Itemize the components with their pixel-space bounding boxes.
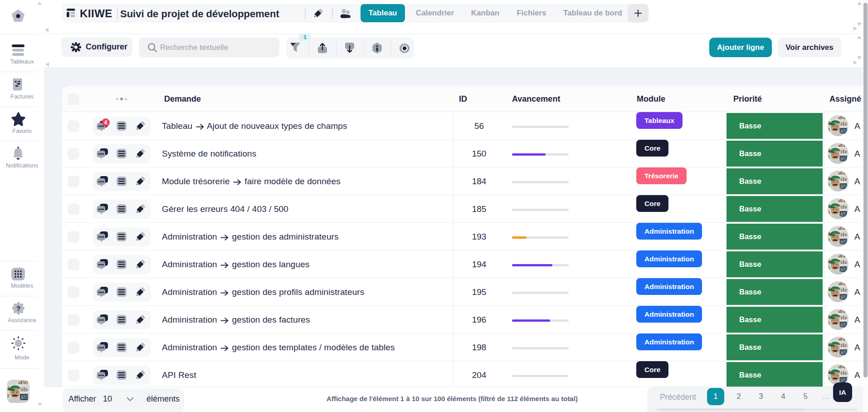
svg-text:?: ? (16, 304, 20, 312)
